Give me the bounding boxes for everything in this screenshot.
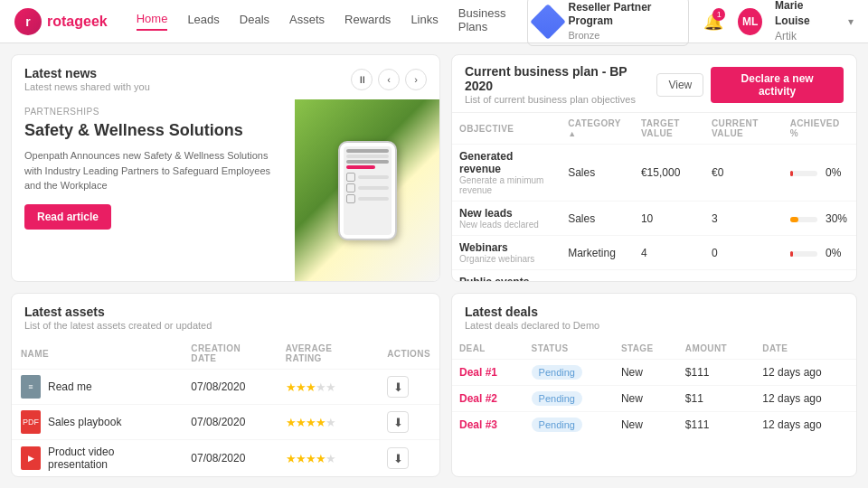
- bp-category-cell: Marketing: [561, 270, 634, 283]
- assets-col-name: NAME: [12, 338, 182, 370]
- partner-info: Reseller Partner Program Bronze: [568, 1, 680, 42]
- read-article-button[interactable]: Read article: [24, 204, 111, 230]
- deals-col-deal: DEAL: [452, 338, 524, 360]
- progress-bar: [790, 171, 817, 176]
- bp-achieved-cell: 0%: [783, 145, 856, 202]
- deal-stage-cell: New: [614, 386, 678, 412]
- bp-card-header: Current business plan - BP 2020 List of …: [452, 55, 856, 113]
- assets-table-head: NAME CREATION DATE AVERAGE RATING ACTION…: [12, 338, 439, 370]
- asset-name: Read me: [48, 380, 92, 393]
- declare-activity-button[interactable]: Declare a new activity: [711, 67, 844, 103]
- news-body: Openpath Announces new Safety & Wellness…: [24, 148, 282, 193]
- deals-card: Latest deals Latest deals declared to De…: [451, 293, 857, 477]
- nav-business-plans[interactable]: Business Plans: [458, 6, 506, 37]
- deals-card-header: Latest deals Latest deals declared to De…: [452, 294, 856, 338]
- logo-icon: r: [14, 8, 42, 35]
- news-card: Latest news Latest news shared with you …: [11, 54, 440, 282]
- file-row: PDF Sales playbook: [21, 410, 173, 434]
- download-button[interactable]: ⬇: [387, 447, 409, 469]
- bp-obj-name: Public events: [459, 276, 553, 282]
- deal-amount-cell: $111: [678, 360, 755, 386]
- nav-leads[interactable]: Leads: [187, 13, 219, 30]
- deals-header-row: DEAL STATUS STAGE AMOUNT DATE: [452, 338, 856, 360]
- nav-deals[interactable]: Deals: [240, 13, 269, 30]
- status-badge: Pending: [532, 391, 582, 406]
- bp-table-header-row: OBJECTIVE CATEGORY ▲ TARGET VALUE CURREN…: [452, 113, 856, 145]
- progress-fill: [790, 171, 793, 176]
- bp-view-button[interactable]: View: [656, 73, 703, 97]
- bp-table-row: Public events Organize public events Mar…: [452, 270, 856, 283]
- news-headline: Safety & Wellness Solutions: [24, 120, 282, 141]
- news-next-button[interactable]: ›: [405, 69, 427, 90]
- bp-target-cell: €15,000: [634, 145, 704, 202]
- deal-link[interactable]: Deal #2: [459, 392, 497, 405]
- bp-objective-cell: Public events Organize public events: [452, 270, 561, 283]
- deal-name-cell: Deal #2: [452, 386, 524, 412]
- bp-header-title-area: Current business plan - BP 2020 List of …: [465, 64, 656, 105]
- notification-button[interactable]: 🔔 1: [702, 8, 726, 35]
- asset-date-cell: 07/08/2020: [182, 440, 276, 477]
- bp-obj-desc: Generate a minimum revenue: [459, 175, 553, 195]
- progress-bar: [790, 251, 817, 257]
- deals-table-head: DEAL STATUS STAGE AMOUNT DATE: [452, 338, 856, 360]
- asset-date-cell: 07/08/2020: [182, 370, 276, 405]
- bp-category-cell: Sales: [561, 145, 634, 202]
- deals-table: DEAL STATUS STAGE AMOUNT DATE Deal #1 Pe…: [452, 338, 856, 437]
- bp-table-body: Generated revenue Generate a minimum rev…: [452, 145, 856, 283]
- user-menu-chevron[interactable]: ▾: [848, 15, 854, 28]
- bp-objective-cell: Webinars Organize webinars: [452, 236, 561, 270]
- assets-col-rating: AVERAGE RATING: [277, 338, 378, 370]
- news-card-controls: ⏸ ‹ ›: [351, 69, 427, 90]
- nav-home[interactable]: Home: [137, 12, 168, 31]
- bp-achieved-cell: 0%: [783, 270, 856, 283]
- user-avatar[interactable]: ML: [738, 8, 762, 35]
- table-row: ≡ Read me 07/08/2020 ★★★★★ ⬇: [12, 370, 439, 405]
- deals-table-body: Deal #1 Pending New $111 12 days ago Dea…: [452, 360, 856, 438]
- asset-rating-cell: ★★★★★: [277, 370, 378, 405]
- news-pause-button[interactable]: ⏸: [351, 69, 373, 90]
- col-target: TARGET VALUE: [634, 113, 704, 145]
- bp-table-row: New leads New leads declared Sales 10 3 …: [452, 202, 856, 236]
- deals-card-title: Latest deals: [465, 305, 599, 319]
- bp-category-cell: Sales: [561, 202, 634, 236]
- deals-col-stage: STAGE: [614, 338, 678, 360]
- news-prev-button[interactable]: ‹: [378, 69, 400, 90]
- bp-obj-name: New leads: [459, 207, 553, 220]
- notification-badge: 1: [712, 8, 725, 21]
- col-category[interactable]: CATEGORY ▲: [561, 113, 634, 145]
- nav-rewards[interactable]: Rewards: [344, 13, 391, 30]
- bp-target-cell: 4: [634, 236, 704, 270]
- deal-date-cell: 12 days ago: [755, 412, 856, 438]
- sort-arrow: ▲: [568, 129, 576, 138]
- col-achieved: ACHIEVED %: [783, 113, 856, 145]
- progress-fill: [790, 251, 793, 257]
- download-button[interactable]: ⬇: [387, 411, 409, 433]
- logo[interactable]: r rotageek: [14, 8, 108, 35]
- deal-amount-cell: $11: [678, 386, 755, 412]
- bp-current-cell: 0: [704, 236, 783, 270]
- progress-bar: [790, 217, 817, 222]
- deal-link[interactable]: Deal #1: [459, 366, 497, 379]
- asset-actions-cell: ⬇: [378, 440, 439, 477]
- asset-name: Product video presentation: [48, 446, 173, 471]
- assets-table: NAME CREATION DATE AVERAGE RATING ACTION…: [12, 338, 439, 476]
- partner-badge[interactable]: Reseller Partner Program Bronze: [527, 0, 688, 46]
- deal-link[interactable]: Deal #3: [459, 418, 497, 431]
- table-row: Deal #2 Pending New $11 12 days ago: [452, 386, 856, 412]
- nav-links-item[interactable]: Links: [410, 13, 438, 30]
- deal-date-cell: 12 days ago: [755, 386, 856, 412]
- deal-status-cell: Pending: [524, 412, 614, 438]
- col-objective: OBJECTIVE: [452, 113, 561, 145]
- bp-achieved-cell: 30%: [783, 202, 856, 236]
- download-button[interactable]: ⬇: [387, 376, 409, 398]
- achieved-pct: 30%: [826, 212, 847, 225]
- asset-rating-cell: ★★★★★: [277, 405, 378, 440]
- bp-obj-desc: Organize webinars: [459, 254, 553, 264]
- deal-name-cell: Deal #1: [452, 360, 524, 386]
- achieved-pct: 0%: [826, 247, 841, 259]
- status-badge: Pending: [532, 365, 582, 380]
- news-image-placeholder: [295, 99, 439, 281]
- nav-assets[interactable]: Assets: [289, 13, 325, 30]
- table-row: ▶ Product video presentation 07/08/2020 …: [12, 440, 439, 477]
- bp-card-subtitle: List of current business plan objectives: [465, 94, 656, 105]
